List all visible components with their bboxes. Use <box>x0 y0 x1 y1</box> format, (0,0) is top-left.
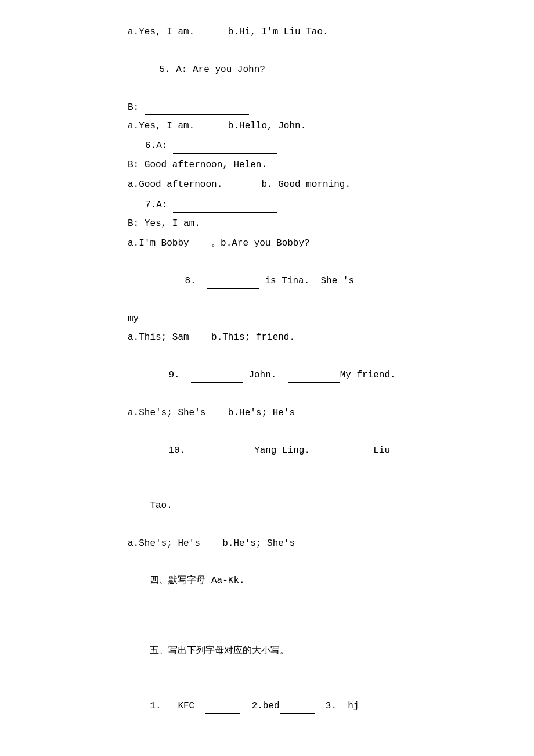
q6-a-label: 6.A: <box>128 137 173 154</box>
q7-options: a.I'm Bobby 。b.Are you Bobby? <box>128 235 499 252</box>
section4-label: 四、默写字母 Aa-Kk. <box>128 555 499 607</box>
q7-b-answer: B: Yes, I am. <box>128 215 499 232</box>
q9-options: a.She's; She's b.He's; He's <box>128 404 499 422</box>
q9-line: 9. John. My friend. <box>128 349 499 402</box>
q8-blank2[interactable] <box>139 326 214 326</box>
q8-my-line: my <box>128 310 499 327</box>
q7-a-label: 7.A: <box>128 196 173 214</box>
q9-blank2[interactable] <box>288 382 340 383</box>
q5-b-label: B: <box>128 99 145 116</box>
q5-number: 5. A: Are you John? <box>159 64 265 75</box>
q4-options: a.Yes, I am. b.Hi, I'm Liu Tao. <box>128 23 499 41</box>
dictation-line <box>128 618 499 618</box>
q10-tao-line: Tao. <box>128 479 499 532</box>
q5-options: a.Yes, I am. b.Hello, John. <box>128 117 499 135</box>
section5-label: 五、写出下列字母对应的大小写。 <box>128 624 499 677</box>
bed-blank[interactable] <box>280 713 315 714</box>
q6-blank[interactable] <box>173 153 277 154</box>
q8-my-label: my <box>128 310 139 327</box>
q8-options: a.This; Sam b.This; friend. <box>128 329 499 346</box>
kfc-blank[interactable] <box>205 713 240 714</box>
q10-line: 10. Yang Ling. Liu <box>128 424 499 477</box>
q7-blank[interactable] <box>173 212 277 213</box>
q5-b-line: B: <box>128 99 499 116</box>
q8-line: 8. is Tina. She 's <box>128 255 499 308</box>
q9-blank1[interactable] <box>191 382 243 383</box>
q5-blank[interactable] <box>145 114 249 115</box>
q6-a-line: 6.A: <box>128 137 499 154</box>
q8-blank1[interactable] <box>207 288 259 289</box>
worksheet-content: a.Yes, I am. b.Hi, I'm Liu Tao. 5. A: Ar… <box>128 23 499 732</box>
q10-blank2[interactable] <box>321 458 373 458</box>
q6-b-answer: B: Good afternoon, Helen. <box>128 156 499 174</box>
letter-questions: 1. KFC 2.bed 3. hj <box>128 679 499 732</box>
q10-options: a.She's; He's b.He's; She's <box>128 535 499 552</box>
q6-options: a.Good afternoon. b. Good morning. <box>128 176 499 193</box>
q10-blank1[interactable] <box>196 458 248 458</box>
q5-label: 5. A: Are you John? <box>128 43 499 96</box>
q7-a-line: 7.A: <box>128 196 499 214</box>
